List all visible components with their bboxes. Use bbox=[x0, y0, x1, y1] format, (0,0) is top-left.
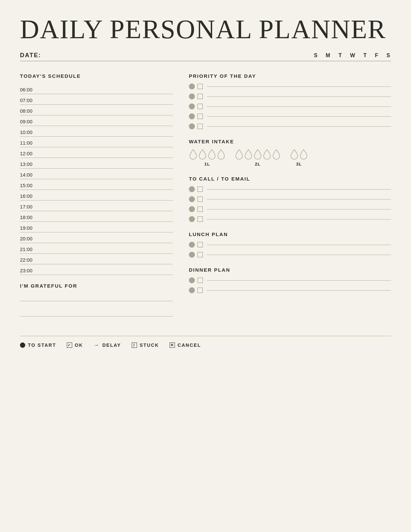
call-checkbox[interactable] bbox=[198, 206, 203, 212]
date-row: DATE: S M T W T F S bbox=[20, 52, 391, 61]
grateful-line-1[interactable] bbox=[20, 293, 173, 301]
water-title: WATER INTAKE bbox=[189, 139, 391, 144]
priority-checkbox[interactable] bbox=[198, 84, 203, 89]
ok-icon: ✓ bbox=[67, 342, 72, 348]
grateful-line-2[interactable] bbox=[20, 309, 173, 317]
water-drops-1l bbox=[189, 149, 225, 160]
dinner-item bbox=[189, 277, 391, 283]
lunch-item bbox=[189, 252, 391, 258]
legend-stuck-label: STUCK bbox=[140, 342, 159, 348]
priority-item bbox=[189, 103, 391, 109]
priority-dot bbox=[189, 93, 195, 99]
lunch-title: LUNCH PLAN bbox=[189, 231, 391, 237]
water-label-2l: 2L bbox=[255, 162, 260, 167]
day-t1: T bbox=[339, 53, 343, 59]
priority-checkbox[interactable] bbox=[198, 94, 203, 99]
call-item bbox=[189, 216, 391, 222]
lunch-line bbox=[207, 245, 391, 245]
legend-ok-label: OK bbox=[75, 342, 83, 348]
priority-item bbox=[189, 123, 391, 129]
time-1400: 14:00 bbox=[20, 172, 39, 178]
priority-line bbox=[207, 106, 391, 107]
dinner-item bbox=[189, 287, 391, 293]
dinner-dot bbox=[189, 277, 195, 283]
lunch-line bbox=[207, 255, 391, 255]
schedule-item: 15:00 bbox=[20, 179, 173, 190]
drop-icon bbox=[253, 149, 262, 160]
time-1600: 16:00 bbox=[20, 193, 39, 199]
water-group-1l: 1L bbox=[189, 149, 225, 167]
schedule-item: 21:00 bbox=[20, 243, 173, 254]
legend-cancel: ✕ CANCEL bbox=[170, 342, 201, 348]
lunch-checkbox[interactable] bbox=[198, 242, 203, 247]
dinner-title: DINNER PLAN bbox=[189, 267, 391, 273]
lunch-dot bbox=[189, 242, 195, 248]
call-line bbox=[207, 199, 391, 200]
call-checkbox[interactable] bbox=[198, 187, 203, 192]
grateful-section: I'M GRATEFUL FOR bbox=[20, 283, 173, 317]
dinner-dot bbox=[189, 287, 195, 293]
priority-checkbox[interactable] bbox=[198, 114, 203, 119]
time-1200: 12:00 bbox=[20, 151, 39, 156]
call-checkbox[interactable] bbox=[198, 197, 203, 202]
day-m: M bbox=[326, 53, 331, 59]
schedule-item: 12:00 bbox=[20, 147, 173, 158]
drop-icon bbox=[244, 149, 253, 160]
dinner-checkbox[interactable] bbox=[198, 288, 203, 293]
time-0700: 07:00 bbox=[20, 97, 39, 103]
day-w: W bbox=[350, 53, 356, 59]
priority-checkbox[interactable] bbox=[198, 124, 203, 129]
priority-dot bbox=[189, 123, 195, 129]
drop-icon bbox=[263, 149, 271, 160]
time-2100: 21:00 bbox=[20, 246, 39, 252]
water-drops-2l bbox=[235, 149, 281, 160]
day-s2: S bbox=[386, 53, 391, 59]
time-0800: 08:00 bbox=[20, 108, 39, 114]
drop-icon bbox=[198, 149, 207, 160]
call-checkbox[interactable] bbox=[198, 216, 203, 222]
delay-icon: → bbox=[94, 342, 100, 348]
time-1900: 19:00 bbox=[20, 225, 39, 231]
dinner-checkbox[interactable] bbox=[198, 278, 203, 283]
schedule-item: 16:00 bbox=[20, 190, 173, 200]
time-2200: 22:00 bbox=[20, 257, 39, 263]
call-item bbox=[189, 186, 391, 192]
day-f: F bbox=[375, 53, 379, 59]
schedule-item: 22:00 bbox=[20, 254, 173, 264]
legend-cancel-label: CANCEL bbox=[178, 342, 201, 348]
priority-item bbox=[189, 93, 391, 99]
time-1100: 11:00 bbox=[20, 140, 39, 146]
priority-line bbox=[207, 86, 391, 87]
schedule-item: 13:00 bbox=[20, 158, 173, 169]
schedule-item: 07:00 bbox=[20, 94, 173, 105]
water-group-2l: 2L bbox=[235, 149, 281, 167]
water-label-3l: 3L bbox=[296, 162, 302, 167]
day-s1: S bbox=[314, 53, 319, 59]
day-t2: T bbox=[363, 53, 368, 59]
priority-title: PRIORITY OF THE DAY bbox=[189, 73, 391, 79]
time-2300: 23:00 bbox=[20, 268, 39, 273]
call-item bbox=[189, 196, 391, 202]
schedule-item: 17:00 bbox=[20, 200, 173, 211]
schedule-item: 10:00 bbox=[20, 126, 173, 137]
drop-icon bbox=[299, 149, 308, 160]
call-line bbox=[207, 209, 391, 209]
to-start-icon bbox=[20, 342, 25, 348]
time-1700: 17:00 bbox=[20, 204, 39, 209]
drop-icon bbox=[207, 149, 216, 160]
drop-icon bbox=[290, 149, 299, 160]
lunch-checkbox[interactable] bbox=[198, 252, 203, 257]
legend-to-start: TO START bbox=[20, 342, 56, 348]
schedule-item: 18:00 bbox=[20, 211, 173, 222]
water-section: WATER INTAKE 1L bbox=[189, 139, 391, 167]
dinner-line bbox=[207, 280, 391, 281]
priority-dot bbox=[189, 103, 195, 109]
date-input-line[interactable] bbox=[47, 55, 311, 56]
lunch-item bbox=[189, 242, 391, 248]
right-column: PRIORITY OF THE DAY WATER INTAKE bbox=[189, 73, 391, 324]
priority-item bbox=[189, 113, 391, 119]
priority-line bbox=[207, 116, 391, 117]
call-dot bbox=[189, 196, 195, 202]
dinner-line bbox=[207, 290, 391, 291]
priority-checkbox[interactable] bbox=[198, 104, 203, 109]
